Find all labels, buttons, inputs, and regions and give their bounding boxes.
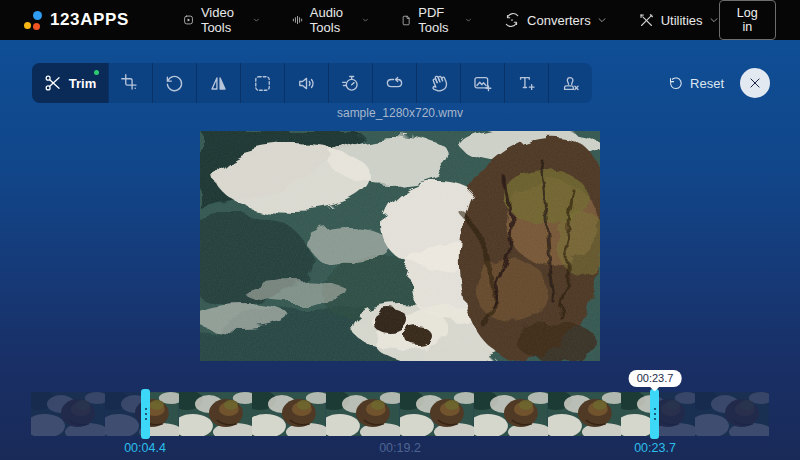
video-thumbnail — [179, 392, 253, 436]
chevron-down-icon — [597, 15, 607, 25]
reset-label: Reset — [690, 76, 724, 91]
crop-icon — [121, 74, 140, 93]
equalizer-icon — [292, 12, 303, 28]
tool-crop-button[interactable] — [108, 63, 152, 103]
tool-trim-label: Trim — [69, 76, 96, 91]
tool-add-text-button[interactable] — [504, 63, 548, 103]
logo-dots-icon — [24, 11, 43, 30]
tool-speed-button[interactable] — [328, 63, 372, 103]
flip-horizontal-icon — [209, 74, 228, 93]
video-frame-art — [200, 131, 600, 361]
close-button[interactable] — [740, 68, 770, 98]
tool-add-image-button[interactable] — [460, 63, 504, 103]
trimmed-out-region-left — [31, 392, 142, 436]
tool-trim-button[interactable]: Trim — [32, 63, 108, 103]
trim-end-handle[interactable] — [650, 389, 659, 439]
reset-icon — [668, 76, 683, 91]
app-window: 123APPS Video Tools Audio Tools PDF Tool… — [0, 0, 800, 460]
logo-text: 123APPS — [50, 10, 129, 30]
nav-label: Converters — [527, 13, 591, 28]
nav-label: Audio Tools — [310, 5, 356, 35]
nav-item-video-tools[interactable]: Video Tools — [183, 5, 260, 35]
trim-timeline: 00:23.7 — [31, 392, 769, 436]
nav-item-utilities[interactable]: Utilities — [639, 13, 719, 28]
chevron-down-icon — [253, 15, 260, 25]
reset-button[interactable]: Reset — [668, 76, 724, 91]
nav-item-pdf-tools[interactable]: PDF Tools — [401, 5, 472, 35]
chevron-down-icon — [465, 15, 472, 25]
scissors-icon — [44, 74, 62, 92]
file-name-label: sample_1280x720.wmv — [0, 106, 800, 120]
nav-label: Utilities — [661, 13, 703, 28]
nav-item-converters[interactable]: Converters — [504, 12, 607, 28]
play-square-icon — [183, 12, 194, 28]
chevron-down-icon — [709, 15, 719, 25]
trim-start-handle[interactable] — [141, 389, 150, 439]
circular-arrows-icon — [504, 12, 520, 28]
nav-label: Video Tools — [201, 5, 247, 35]
add-text-icon — [517, 74, 536, 93]
login-button[interactable]: Log in — [719, 0, 776, 40]
video-thumbnail — [252, 392, 326, 436]
active-status-dot — [94, 70, 99, 75]
crossed-tools-icon — [639, 13, 654, 28]
volume-icon — [297, 74, 316, 93]
loop-icon — [385, 74, 404, 93]
editor-stage: Trim — [0, 40, 800, 460]
video-thumbnail — [474, 392, 548, 436]
current-position-time: 00:19.2 — [379, 441, 421, 455]
tool-remove-logo-button[interactable] — [548, 63, 592, 103]
rotate-ccw-icon — [165, 74, 184, 93]
video-thumbnail — [548, 392, 622, 436]
main-nav: Video Tools Audio Tools PDF Tools Conver… — [183, 5, 719, 35]
logo[interactable]: 123APPS — [24, 10, 129, 30]
close-icon — [748, 76, 762, 90]
tool-volume-button[interactable] — [284, 63, 328, 103]
hand-icon — [429, 74, 448, 93]
frame-margins-icon — [253, 74, 272, 93]
toolbar-right-group: Reset — [668, 63, 770, 103]
speed-stopwatch-icon — [341, 74, 360, 93]
editor-toolbar: Trim — [32, 63, 592, 103]
tool-frame-button[interactable] — [240, 63, 284, 103]
tool-flip-button[interactable] — [196, 63, 240, 103]
trim-end-time: 00:23.7 — [634, 441, 676, 455]
top-navbar: 123APPS Video Tools Audio Tools PDF Tool… — [0, 0, 800, 40]
video-preview — [200, 131, 600, 361]
trimmed-out-region-right — [658, 392, 769, 436]
add-image-icon — [473, 74, 492, 93]
nav-label: PDF Tools — [418, 5, 459, 35]
file-icon — [401, 13, 411, 28]
video-thumbnail — [326, 392, 400, 436]
trim-end-tooltip: 00:23.7 — [629, 370, 682, 387]
nav-item-audio-tools[interactable]: Audio Tools — [292, 5, 369, 35]
chevron-down-icon — [362, 15, 369, 25]
tool-loop-button[interactable] — [372, 63, 416, 103]
tool-rotate-button[interactable] — [152, 63, 196, 103]
trim-start-time: 00:04.4 — [124, 441, 166, 455]
remove-logo-icon — [561, 74, 580, 93]
video-thumbnail — [400, 392, 474, 436]
tool-hand-button[interactable] — [416, 63, 460, 103]
